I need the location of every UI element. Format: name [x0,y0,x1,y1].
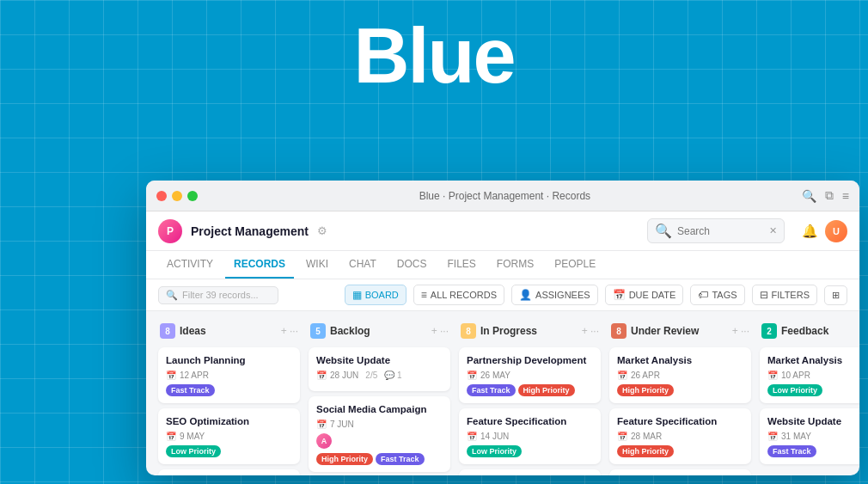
card-title: Website Update [767,415,859,428]
column-under-review: 8 Under Review + ··· Market Analysis 📅26… [609,320,751,467]
card-date: 📅28 JUN 2/5 💬 1 [316,371,443,380]
card-title: Feature Specification [617,415,743,428]
minimize-button[interactable] [172,191,182,201]
filters-label: FILTERS [772,290,810,300]
tab-docs[interactable]: DOCS [388,251,436,279]
tag-high-priority: High Priority [316,453,373,465]
card-seo-optimization[interactable]: SEO Optimization 📅9 MAY Low Priority [158,408,300,464]
tab-records[interactable]: RECORDS [225,251,294,279]
filter-placeholder: Filter 39 records... [182,290,259,300]
tag-fast-track: Fast Track [166,384,215,396]
card-bug-fixes[interactable]: Bug Fixes 📅14 JUN High Priority [459,469,601,475]
board-view-button[interactable]: ▦ BOARD [345,285,406,305]
card-website-update-backlog[interactable]: Website Update 📅28 JUN 2/5 💬 1 [309,347,450,391]
tags-label: TAGS [712,290,737,300]
list-icon: ≡ [421,289,427,301]
ideas-title: Ideas [180,325,277,337]
card-launch-planning-ideas[interactable]: Launch Planning 📅12 APR Fast Track [158,347,300,403]
backlog-actions[interactable]: + ··· [431,325,449,337]
backlog-badge: 5 [310,323,326,339]
tags-button[interactable]: 🏷 TAGS [690,285,744,305]
board-content: 8 Ideas + ··· Launch Planning 📅12 APR Fa… [146,311,859,475]
card-date: 📅7 JUN [316,420,443,429]
calendar-icon: 📅 [316,420,327,429]
window-title: Blue · Project Management · Records [208,190,802,202]
assignees-button[interactable]: 👤 ASSIGNEES [511,285,598,305]
tag-high-priority: High Priority [617,384,674,396]
card-market-analysis-review[interactable]: Market Analysis 📅26 APR High Priority [609,347,751,403]
column-feedback-header: 2 Feedback + ··· [760,320,859,342]
in-progress-badge: 8 [461,323,476,339]
calendar-icon: 📅 [767,371,778,380]
assignees-icon: 👤 [519,289,532,301]
due-date-button[interactable]: 📅 DUE DATE [605,285,684,305]
close-button[interactable] [156,191,167,201]
tag-icon: 🏷 [698,289,708,301]
card-title: Partnership Development [467,354,593,367]
tag-low-priority: Low Priority [767,384,822,396]
card-date: 📅12 APR [166,371,292,380]
feedback-title: Feedback [781,325,859,337]
card-title: Website Update [316,354,443,367]
card-tags: High Priority [617,384,743,396]
calendar-icon: 📅 [166,371,176,380]
calendar-icon: 📅 [467,432,477,441]
feedback-badge: 2 [761,323,777,339]
tab-forms[interactable]: FORMS [488,251,542,279]
expand-button[interactable]: ⊞ [824,285,847,305]
tag-low-priority: Low Priority [467,445,522,457]
settings-icon[interactable]: ⚙ [317,224,327,237]
card-tags: High Priority [617,445,743,457]
card-feature-specification-review[interactable]: Feature Specification 📅28 MAR High Prior… [609,408,751,464]
copy-icon[interactable]: ⧉ [825,188,834,203]
card-market-analysis-feedback[interactable]: Market Analysis 📅10 APR Low Priority [760,347,859,403]
filters-button[interactable]: ⊟ FILTERS [752,285,817,305]
card-title: Social Media Campaign [316,403,443,416]
card-date: 📅9 MAY [166,432,292,441]
card-title: SEO Optimization [166,415,292,428]
tab-wiki[interactable]: WIKI [297,251,337,279]
menu-icon[interactable]: ≡ [842,189,849,203]
search-title-icon[interactable]: 🔍 [802,189,816,203]
window-controls [156,191,198,201]
user-avatar[interactable]: U [825,220,847,242]
card-tags: Fast Track [166,384,292,396]
filter-search[interactable]: 🔍 Filter 39 records... [158,286,278,304]
card-feature-specification-progress[interactable]: Feature Specification 📅14 JUN Low Priori… [459,408,601,464]
under-review-actions[interactable]: + ··· [732,325,749,337]
search-input[interactable] [677,225,764,237]
column-backlog-header: 5 Backlog + ··· [309,320,450,342]
column-ideas-header: 8 Ideas + ··· [158,320,300,342]
in-progress-actions[interactable]: + ··· [582,325,599,337]
card-date: 📅10 APR [767,371,859,380]
filter-icon: ⊟ [760,289,768,301]
search-clear-button[interactable]: ✕ [769,225,777,236]
calendar-icon: 📅 [767,432,778,441]
card-partnership-development[interactable]: Partnership Development 📅26 MAY Fast Tra… [459,347,601,403]
add-record-button[interactable]: + ADD RECORD [760,469,859,475]
backlog-title: Backlog [330,325,427,337]
ideas-actions[interactable]: + ··· [281,325,298,337]
maximize-button[interactable] [187,191,198,201]
tab-chat[interactable]: CHAT [340,251,385,279]
title-bar-actions: 🔍 ⧉ ≡ [802,188,849,203]
card-tags: Low Priority [166,445,292,457]
tag-fast-track: Fast Track [467,384,516,396]
card-tags: Low Priority [767,384,859,396]
tab-activity[interactable]: ACTIVITY [158,251,222,279]
notification-icon[interactable]: 🔔 [802,224,818,239]
card-tags: Fast Track High Priority [467,384,593,396]
card-customer-feedback-ideas[interactable]: Customer Feedback 📅14 AUG Low Priority [158,469,300,475]
all-records-button[interactable]: ≡ ALL RECORDS [413,285,504,305]
tab-people[interactable]: PEOPLE [546,251,604,279]
card-website-update-feedback[interactable]: Website Update 📅31 MAY Fast Track [760,408,859,464]
app-logo: Blue [353,13,514,99]
header-right: 🔔 U [802,220,847,242]
card-date: 📅31 MAY [767,432,859,441]
board-icon: ▦ [352,289,362,301]
calendar-icon: 📅 [617,371,627,380]
card-customer-feedback-review[interactable]: Customer Feedback 📅17 MAY Low Priority [609,469,751,475]
card-social-media-campaign[interactable]: Social Media Campaign 📅7 JUN A High Prio… [309,396,450,472]
tab-files[interactable]: FILES [438,251,484,279]
search-box[interactable]: 🔍 ✕ [647,218,785,243]
